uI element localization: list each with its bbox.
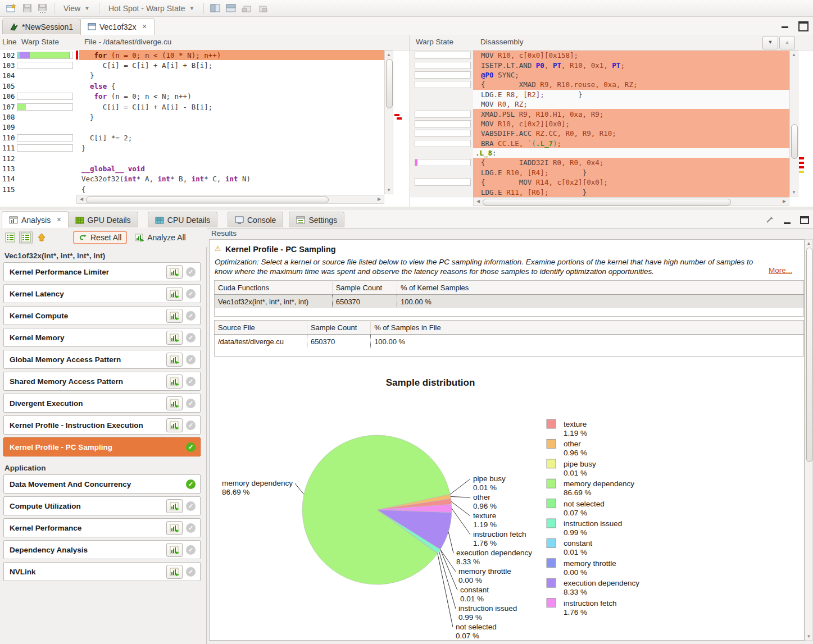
table-row[interactable]: /data/test/diverge.cu650370100.00 % bbox=[215, 335, 804, 349]
scroll-down-icon[interactable]: ▼ bbox=[805, 634, 812, 639]
bottom-tab-settings[interactable]: Settings bbox=[289, 212, 344, 227]
close-icon[interactable]: ✕ bbox=[142, 23, 147, 30]
table-row[interactable]: Vec1of32x(int*, int*, int*, int)65037010… bbox=[215, 295, 804, 309]
scroll-left-icon[interactable]: ◀ bbox=[475, 198, 482, 205]
results-vscroll-thumb[interactable] bbox=[806, 248, 812, 462]
source-line-row[interactable]: 112 bbox=[0, 153, 384, 163]
run-analysis-button[interactable] bbox=[166, 265, 183, 279]
source-line-row[interactable]: 107 C[i] = C[i] + A[i] - B[i]; bbox=[0, 102, 384, 112]
analysis-item-kernel-compute[interactable]: Kernel Compute✓ bbox=[3, 306, 201, 325]
run-analysis-button[interactable] bbox=[166, 565, 183, 579]
flat-view-icon[interactable] bbox=[3, 231, 17, 244]
analysis-item-global-memory-access-pattern[interactable]: Global Memory Access Pattern✓ bbox=[3, 350, 201, 369]
disassembly-row[interactable]: LDG.E R10, [R4]; } bbox=[410, 168, 789, 177]
source-line-row[interactable]: 111} bbox=[0, 143, 384, 153]
analysis-item-shared-memory-access-pattern[interactable]: Shared Memory Access Pattern✓ bbox=[3, 372, 201, 391]
restore-pane2-icon[interactable] bbox=[256, 2, 269, 15]
tab-vec1of32x[interactable]: Vec1of32x ✕ bbox=[80, 18, 155, 35]
disassembly-row[interactable]: MOV R10, c[0x0][0x158]; bbox=[410, 51, 789, 60]
source-line-row[interactable]: 110 C[i] *= 2; bbox=[0, 133, 384, 143]
source-vscroll-thumb[interactable] bbox=[386, 59, 393, 108]
column-header[interactable]: Cuda Functions bbox=[215, 281, 333, 295]
column-header[interactable]: Source File bbox=[215, 321, 307, 335]
run-analysis-button[interactable] bbox=[166, 418, 183, 432]
bottom-tab-cpu-details[interactable]: CPU Details bbox=[148, 212, 217, 227]
analysis-item-dependency-analysis[interactable]: Dependency Analysis✓ bbox=[3, 540, 201, 559]
split-horizontal-icon[interactable] bbox=[224, 2, 238, 15]
scroll-up-icon[interactable]: ▲ bbox=[805, 241, 812, 246]
split-vertical-icon[interactable] bbox=[208, 2, 222, 15]
more-link[interactable]: More... bbox=[769, 266, 792, 275]
hotspot-ruler-mark[interactable] bbox=[397, 117, 402, 120]
column-header[interactable]: % of Kernel Samples bbox=[397, 281, 803, 295]
source-vscrollbar[interactable]: ▲ ▼ bbox=[384, 51, 393, 194]
analysis-item-kernel-performance[interactable]: Kernel Performance✓ bbox=[3, 518, 201, 537]
disassembly-row[interactable]: LDG.E R8, [R2]; } bbox=[410, 90, 789, 99]
disassembly-row[interactable]: MOV R0, RZ; bbox=[410, 99, 789, 109]
collapse-up-icon[interactable] bbox=[35, 231, 48, 244]
disasm-hscrollbar[interactable]: ◀ ▶ bbox=[473, 197, 789, 206]
scroll-left-icon[interactable]: ◀ bbox=[78, 195, 85, 203]
source-hscrollbar[interactable]: ◀ ▶ bbox=[76, 195, 384, 204]
source-line-row[interactable]: 105 else { bbox=[0, 81, 384, 91]
run-analysis-button[interactable] bbox=[166, 499, 183, 513]
source-line-row[interactable]: 102 for (n = 0; n < (10 * N); n++) bbox=[0, 50, 384, 60]
disassembly-row[interactable]: { IADD32I R0, R0, 0x4; bbox=[410, 158, 789, 167]
source-line-row[interactable]: 104 } bbox=[0, 71, 384, 81]
grouped-view-icon[interactable] bbox=[19, 231, 33, 244]
column-header[interactable]: Sample Count bbox=[307, 321, 370, 335]
analysis-item-kernel-performance-limiter[interactable]: Kernel Performance Limiter✓ bbox=[3, 262, 201, 281]
analyze-all-button[interactable]: Analyze All bbox=[130, 232, 190, 243]
column-header[interactable]: % of Samples in File bbox=[371, 321, 804, 335]
restore-pane-icon[interactable] bbox=[240, 2, 253, 15]
reset-all-button[interactable]: Reset All bbox=[73, 231, 127, 244]
analysis-item-kernel-profile-instruction-execution[interactable]: Kernel Profile - Instruction Execution✓ bbox=[3, 415, 201, 435]
run-analysis-button[interactable] bbox=[166, 396, 183, 410]
minimize-button[interactable] bbox=[784, 217, 791, 224]
source-line-row[interactable]: 108 } bbox=[0, 112, 384, 122]
disasm-hscroll-thumb[interactable] bbox=[483, 199, 731, 205]
next-hotspot-button[interactable]: ▼ bbox=[762, 36, 778, 49]
run-analysis-button[interactable] bbox=[166, 521, 183, 535]
hotspot-ruler-mark[interactable] bbox=[799, 157, 804, 159]
run-analysis-button[interactable] bbox=[166, 353, 183, 367]
scroll-down-icon[interactable]: ▼ bbox=[790, 190, 798, 195]
analysis-item-nvlink[interactable]: NVLink✓ bbox=[3, 562, 201, 581]
disassembly-row[interactable]: VABSDIFF.ACC RZ.CC, R0, R9, R10; bbox=[410, 129, 789, 138]
scroll-right-icon[interactable]: ▶ bbox=[781, 198, 788, 205]
source-line-row[interactable]: 106 for (n = 0; n < N; n++) bbox=[0, 92, 384, 102]
run-analysis-button[interactable] bbox=[166, 331, 183, 345]
scroll-up-icon[interactable]: ▲ bbox=[790, 52, 798, 57]
disassembly-row[interactable]: ISETP.LT.AND P0, PT, R10, 0x1, PT; bbox=[410, 60, 789, 70]
scroll-down-icon[interactable]: ▼ bbox=[385, 188, 393, 193]
hotspot-ruler-mark[interactable] bbox=[799, 171, 804, 173]
source-hscroll-thumb[interactable] bbox=[86, 197, 329, 203]
analysis-item-divergent-execution[interactable]: Divergent Execution✓ bbox=[3, 394, 201, 413]
run-analysis-button[interactable] bbox=[166, 309, 183, 323]
disassembly-row[interactable]: BRA CC.LE, `(.L_7); bbox=[410, 139, 789, 148]
minimize-button[interactable] bbox=[782, 21, 788, 28]
disassembly-row[interactable]: { XMAD R9, R10.reuse, 0xa, RZ; bbox=[410, 80, 789, 89]
source-line-row[interactable]: 103 C[i] = C[i] + A[i] + B[i]; bbox=[0, 60, 384, 70]
bottom-tab-console[interactable]: Console bbox=[228, 212, 283, 227]
analysis-item-data-movement-and-concurrency[interactable]: Data Movement And Concurrency✓ bbox=[3, 474, 201, 494]
disassembly-row[interactable]: XMAD.PSL R9, R10.H1, 0xa, R9; bbox=[410, 109, 789, 118]
disasm-vscroll-thumb[interactable] bbox=[791, 124, 798, 159]
close-icon[interactable]: ✕ bbox=[56, 216, 61, 223]
source-line-row[interactable]: 114Vec32of32(int* A, int* B, int* C, int… bbox=[0, 174, 384, 184]
disassembly-row[interactable]: { MOV R14, c[0x2][0x0]; bbox=[410, 177, 789, 187]
run-analysis-button[interactable] bbox=[166, 374, 183, 389]
hotspot-selector[interactable]: Hot Spot - Warp State▼ bbox=[103, 4, 200, 13]
disasm-vscrollbar[interactable]: ▲ ▼ bbox=[789, 51, 798, 197]
analysis-item-compute-utilization[interactable]: Compute Utilization✓ bbox=[3, 496, 201, 515]
tab-newsession1[interactable]: *NewSession1 bbox=[2, 19, 80, 34]
disassembly-row[interactable]: LDG.E R11, [R6]; } bbox=[410, 187, 789, 197]
disassembly-row[interactable]: .L_8: bbox=[410, 148, 789, 158]
source-line-row[interactable]: 113__global__ void bbox=[0, 163, 384, 173]
disassembly-row[interactable]: MOV R10, c[0x2][0x0]; bbox=[410, 119, 789, 129]
disassembly-row[interactable]: @P0 SYNC; bbox=[410, 70, 789, 80]
maximize-button[interactable] bbox=[798, 21, 809, 31]
scroll-up-icon[interactable]: ▲ bbox=[385, 52, 393, 57]
column-header[interactable]: Sample Count bbox=[332, 281, 397, 295]
save-as-icon[interactable] bbox=[36, 2, 49, 15]
